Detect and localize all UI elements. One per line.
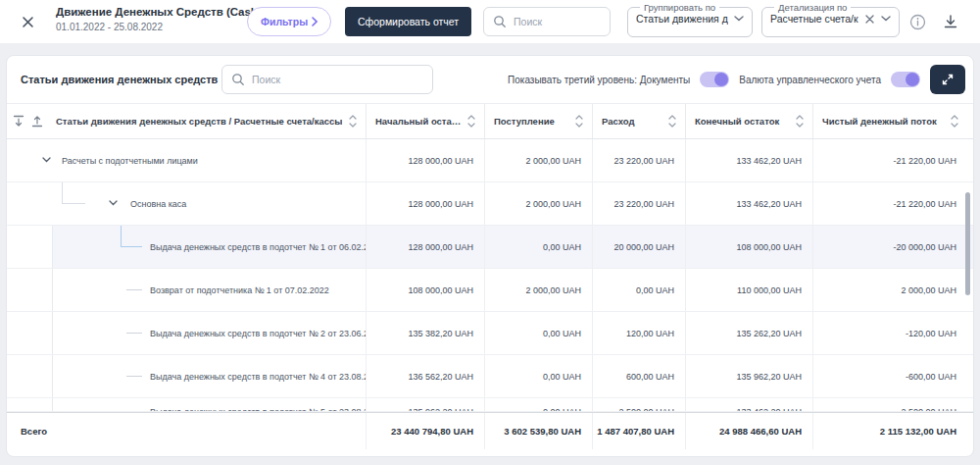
sort-icon[interactable] <box>575 115 583 128</box>
column-header: Чистый денежный поток <box>822 116 947 127</box>
total-value: 2 115 132,00 UAH <box>812 413 967 449</box>
column-header: Конечный остаток <box>695 116 792 127</box>
row-value: -2 500,00 UAH <box>812 398 967 412</box>
row-value: 108 000,00 UAH <box>366 269 484 311</box>
group-by-label: Группировать по <box>640 2 719 13</box>
row-value: 0,00 UAH <box>592 269 685 311</box>
row-value: 2 500,00 UAH <box>592 398 685 412</box>
currency-toggle-label: Валюта управленческого учета <box>739 75 881 85</box>
row-value: 20 000,00 UAH <box>592 226 685 268</box>
row-value: 133 462,20 UAH <box>685 182 812 225</box>
fullscreen-icon[interactable] <box>930 65 965 94</box>
vertical-scrollbar[interactable] <box>965 192 970 295</box>
expand-all-icon[interactable] <box>31 115 43 128</box>
table-row[interactable]: Расчеты с подотчетными лицами 128 000,00… <box>7 139 973 182</box>
table-row[interactable]: Возврат от подотчетника № 1 от 07.02.202… <box>7 269 973 312</box>
row-value: 2 000,00 UAH <box>484 182 592 225</box>
row-value: 128 000,00 UAH <box>366 182 484 225</box>
row-value: 133 462,20 UAH <box>685 139 812 181</box>
total-label: Всего <box>7 413 366 449</box>
generate-report-button[interactable]: Сформировать отчет <box>345 7 471 36</box>
info-icon[interactable] <box>908 13 926 30</box>
row-value: 135 962,20 UAH <box>366 398 484 412</box>
row-value: 0,00 UAH <box>484 312 592 354</box>
chevron-down-icon[interactable] <box>42 157 51 163</box>
sort-icon[interactable] <box>467 115 475 128</box>
row-value: 2 000,00 UAH <box>484 139 592 181</box>
row-value: 135 962,20 UAH <box>685 355 812 397</box>
row-value: 128 000,00 UAH <box>366 226 484 268</box>
column-header: Начальный остаток <box>375 116 464 127</box>
top-bar: Движение Денежных Средств (Cash flow) 01… <box>0 0 980 43</box>
search-input[interactable] <box>514 16 601 27</box>
table-row[interactable]: Выдача денежных средств в подотчет № 5 о… <box>7 398 973 412</box>
sort-icon[interactable] <box>668 115 676 128</box>
tree-gutter <box>7 355 53 397</box>
tree-gutter <box>7 398 53 412</box>
tree-dash-icon <box>126 376 142 377</box>
row-value: 136 562,20 UAH <box>366 355 484 397</box>
row-name: Расчеты с подотчетными лицами <box>7 156 198 166</box>
row-value: 110 000,00 UAH <box>685 269 812 311</box>
row-value: -21 220,00 UAH <box>812 182 967 225</box>
row-value: 133 462,20 UAH <box>685 398 812 412</box>
row-value: 135 262,20 UAH <box>685 312 812 354</box>
tree-gutter <box>7 312 53 354</box>
table-row[interactable]: Основна каса 128 000,00 UAH 2 000,00 UAH… <box>7 182 973 226</box>
filters-button-label: Фильтры <box>261 16 308 27</box>
column-header: Поступление <box>494 116 571 127</box>
row-value: -20 000,00 UAH <box>812 226 967 268</box>
column-header: Расход <box>602 116 664 127</box>
detail-by-value: Расчетные счета/к <box>770 13 858 25</box>
row-value: 23 220,00 UAH <box>592 182 685 225</box>
total-value: 3 602 539,80 UAH <box>484 413 592 449</box>
table-row[interactable]: Выдача денежных средств в подотчет № 1 о… <box>7 226 973 269</box>
table-search <box>221 65 433 94</box>
sort-icon[interactable] <box>349 115 357 128</box>
row-value: 600,00 UAH <box>592 355 685 397</box>
row-value: -600,00 UAH <box>812 355 967 397</box>
sort-icon[interactable] <box>796 115 804 128</box>
group-by-value: Статьи движения д <box>636 13 728 25</box>
sort-icon[interactable] <box>951 115 958 128</box>
table-row[interactable]: Выдача денежных средств в подотчет № 2 о… <box>7 312 973 355</box>
table-row[interactable]: Выдача денежных средств в подотчет № 4 о… <box>7 355 973 398</box>
clear-icon[interactable] <box>865 15 874 24</box>
row-value: 0,00 UAH <box>484 226 592 268</box>
row-name: Выдача денежных средств в подотчет № 2 о… <box>7 329 366 338</box>
collapse-all-icon[interactable] <box>13 115 24 128</box>
card-toolbar: Статьи движения денежных средств Показыв… <box>7 56 973 103</box>
global-search <box>483 7 611 36</box>
close-icon[interactable] <box>20 14 35 29</box>
tree-connector <box>121 226 142 247</box>
search-icon <box>231 73 245 86</box>
table-header: Статьи движения денежных средств / Расче… <box>7 103 973 139</box>
table-search-input[interactable] <box>252 74 423 85</box>
row-value: 2 000,00 UAH <box>812 269 967 311</box>
row-name: Выдача денежных средств в подотчет № 4 о… <box>7 372 366 382</box>
filters-button[interactable]: Фильтры <box>247 7 331 36</box>
chevron-down-icon[interactable] <box>109 200 118 206</box>
table-body: Расчеты с подотчетными лицами 128 000,00… <box>7 139 973 412</box>
group-by-select[interactable]: Группировать по Статьи движения д <box>627 2 753 37</box>
third-level-toggle-label: Показывать третий уровень: Документы <box>508 75 690 85</box>
tree-dash-icon <box>126 333 142 334</box>
tree-gutter <box>7 269 53 311</box>
section-title: Статьи движения денежных средств <box>21 74 218 85</box>
row-value: -120,00 UAH <box>812 312 967 354</box>
tree-dash-icon <box>126 289 142 290</box>
detail-by-select[interactable]: Детализация по Расчетные счета/к <box>761 2 900 37</box>
row-value: 0,00 UAH <box>484 398 592 412</box>
chevron-down-icon[interactable] <box>881 16 891 22</box>
row-value: -21 220,00 UAH <box>812 139 967 181</box>
row-value: 0,00 UAH <box>484 355 592 397</box>
currency-toggle[interactable] <box>891 72 920 87</box>
row-name: Выдача денежных средств в подотчет № 5 о… <box>7 407 366 412</box>
download-icon[interactable] <box>942 13 959 30</box>
tree-gutter <box>7 226 53 268</box>
third-level-toggle[interactable] <box>700 72 729 87</box>
chevron-down-icon[interactable] <box>734 16 744 22</box>
row-name: Возврат от подотчетника № 1 от 07.02.202… <box>7 285 329 295</box>
row-value: 2 000,00 UAH <box>484 269 592 311</box>
total-value: 24 988 466,60 UAH <box>685 413 812 449</box>
